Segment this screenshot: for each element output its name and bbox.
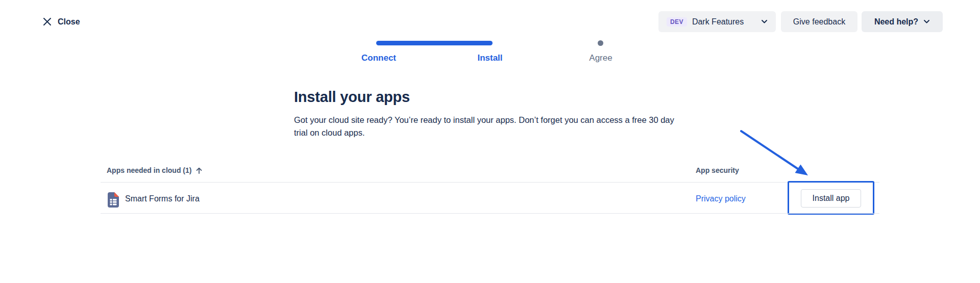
- close-icon: [43, 17, 52, 26]
- stepper-progress-bar: [376, 41, 493, 45]
- give-feedback-button[interactable]: Give feedback: [781, 11, 857, 32]
- page-description: Got your cloud site ready? You’re ready …: [294, 114, 681, 139]
- sort-ascending-icon: [195, 167, 203, 174]
- install-apps-screen: Close DEV Dark Features Give feedback Ne…: [0, 0, 980, 283]
- privacy-policy-link[interactable]: Privacy policy: [696, 194, 746, 204]
- app-name: Smart Forms for Jira: [125, 194, 200, 204]
- stepper-step-install: Install: [477, 53, 502, 63]
- app-security-label: App security: [696, 166, 739, 174]
- need-help-label: Need help?: [874, 17, 918, 27]
- stepper-step-connect[interactable]: Connect: [361, 53, 396, 63]
- dev-badge: DEV: [667, 17, 687, 27]
- chevron-down-icon: [761, 19, 768, 24]
- install-app-button[interactable]: Install app: [801, 189, 861, 208]
- column-header-apps-needed[interactable]: Apps needed in cloud (1): [107, 166, 203, 174]
- stepper-agree-dot: [598, 40, 603, 46]
- dark-features-label: Dark Features: [692, 17, 744, 27]
- give-feedback-label: Give feedback: [793, 17, 845, 27]
- chevron-down-icon: [923, 19, 930, 24]
- table-header-divider: [101, 182, 879, 183]
- table-row-divider: [101, 213, 879, 214]
- column-header-app-security: App security: [696, 166, 739, 174]
- close-label: Close: [58, 17, 80, 27]
- page-title: Install your apps: [294, 89, 410, 106]
- close-button[interactable]: Close: [43, 14, 80, 30]
- stepper-step-agree: Agree: [589, 53, 612, 63]
- annotation-arrow-icon: [715, 117, 827, 189]
- dark-features-dropdown[interactable]: DEV Dark Features: [658, 11, 776, 32]
- form-document-icon: [108, 192, 119, 208]
- need-help-dropdown[interactable]: Need help?: [862, 11, 943, 32]
- apps-needed-label: Apps needed in cloud (1): [107, 166, 191, 174]
